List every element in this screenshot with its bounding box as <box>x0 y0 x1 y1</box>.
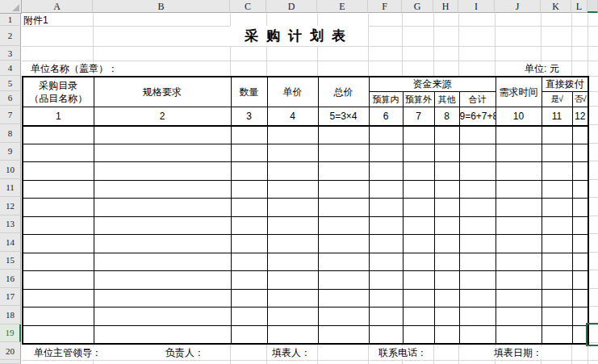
header-cell-funding-source[interactable]: 资金来源 <box>369 77 496 92</box>
cell[interactable] <box>267 235 318 253</box>
cell[interactable] <box>434 126 459 144</box>
cell[interactable] <box>572 162 588 181</box>
cell[interactable] <box>369 271 403 290</box>
cell[interactable] <box>267 180 318 199</box>
cell[interactable] <box>434 325 459 344</box>
unit-currency-label[interactable]: 单位: 元 <box>525 62 559 76</box>
cell[interactable] <box>572 199 588 217</box>
cell[interactable] <box>572 253 588 271</box>
cell[interactable] <box>459 271 496 290</box>
cell[interactable] <box>403 253 434 271</box>
row-header-1[interactable]: 1 <box>0 14 21 26</box>
cell[interactable] <box>369 289 403 308</box>
header-cell-yes[interactable]: 是√ <box>542 92 572 107</box>
cell[interactable] <box>94 271 231 290</box>
cell[interactable] <box>318 199 369 217</box>
cell[interactable] <box>403 308 434 326</box>
cell[interactable] <box>542 126 572 144</box>
cell[interactable] <box>459 199 496 217</box>
column-header-I[interactable]: I <box>458 0 495 13</box>
cell[interactable] <box>369 144 403 162</box>
index-cell[interactable]: 5=3×4 <box>318 107 369 126</box>
cell[interactable] <box>496 126 542 144</box>
cell[interactable] <box>434 180 459 199</box>
cell[interactable] <box>434 271 459 290</box>
cell[interactable] <box>542 162 572 181</box>
cell[interactable] <box>434 216 459 235</box>
cell[interactable] <box>94 144 231 162</box>
header-cell-no[interactable]: 否√ <box>572 92 588 107</box>
cell[interactable] <box>403 199 434 217</box>
cell[interactable] <box>572 235 588 253</box>
column-header-H[interactable]: H <box>433 0 458 13</box>
cell[interactable] <box>403 289 434 308</box>
cell[interactable] <box>434 162 459 181</box>
cell[interactable] <box>496 144 542 162</box>
cell[interactable] <box>231 162 267 181</box>
column-header-A[interactable]: A <box>22 0 93 13</box>
footer-label-phone[interactable]: 联系电话： <box>377 346 429 359</box>
cell[interactable] <box>318 253 369 271</box>
row-header-10[interactable]: 10 <box>0 161 21 179</box>
cell[interactable] <box>496 162 542 181</box>
cell[interactable] <box>94 216 231 235</box>
cell[interactable] <box>94 180 231 199</box>
cell[interactable] <box>459 253 496 271</box>
cell[interactable] <box>318 308 369 326</box>
header-cell-in-budget[interactable]: 预算内 <box>369 92 403 107</box>
select-all-corner[interactable] <box>0 0 22 14</box>
cell[interactable] <box>23 162 94 181</box>
column-header-m-selected[interactable] <box>588 0 598 13</box>
row-header-11[interactable]: 11 <box>0 179 21 198</box>
footer-label-responsible[interactable]: 负责人： <box>164 346 206 359</box>
index-cell[interactable]: 8 <box>434 107 459 126</box>
cell[interactable] <box>369 180 403 199</box>
header-cell-other[interactable]: 其他 <box>434 92 459 107</box>
index-cell[interactable]: 4 <box>267 107 318 126</box>
row-header-19[interactable]: 19 <box>0 324 21 343</box>
cell[interactable] <box>231 253 267 271</box>
row-header-14[interactable]: 14 <box>0 233 21 252</box>
cell[interactable] <box>94 308 231 326</box>
header-cell-subtotal[interactable]: 合计 <box>459 92 496 107</box>
cell[interactable] <box>572 126 588 144</box>
cell[interactable] <box>403 325 434 344</box>
cell[interactable] <box>496 308 542 326</box>
row-header-3[interactable]: 3 <box>0 46 21 61</box>
row-header-8[interactable]: 8 <box>0 124 21 143</box>
index-cell[interactable]: 1 <box>23 107 94 126</box>
index-cell[interactable]: 6 <box>369 107 403 126</box>
header-cell-qty[interactable]: 数量 <box>231 77 267 107</box>
row-header-partial[interactable] <box>0 360 21 364</box>
cell[interactable] <box>23 253 94 271</box>
row-header-6[interactable]: 6 <box>0 91 21 107</box>
column-header-L[interactable]: L <box>571 0 588 13</box>
cell[interactable] <box>403 162 434 181</box>
cell[interactable] <box>231 199 267 217</box>
cell[interactable] <box>403 216 434 235</box>
cell[interactable] <box>434 308 459 326</box>
cell[interactable] <box>23 180 94 199</box>
sheet-title[interactable]: 采购计划表 <box>230 26 368 46</box>
cell[interactable] <box>231 126 267 144</box>
row-header-7[interactable]: 7 <box>0 106 21 124</box>
cell[interactable] <box>231 289 267 308</box>
cell[interactable] <box>542 199 572 217</box>
cell[interactable] <box>542 308 572 326</box>
cell[interactable] <box>403 235 434 253</box>
cell[interactable] <box>94 162 231 181</box>
unit-name-label[interactable]: 单位名称（盖章）： <box>31 62 118 76</box>
cell[interactable] <box>496 216 542 235</box>
cell[interactable] <box>542 180 572 199</box>
cell[interactable] <box>94 235 231 253</box>
cell[interactable] <box>542 253 572 271</box>
cell[interactable] <box>267 271 318 290</box>
header-cell-spec[interactable]: 规格要求 <box>94 77 231 107</box>
cell[interactable] <box>572 289 588 308</box>
cell[interactable] <box>267 144 318 162</box>
cell[interactable] <box>542 144 572 162</box>
cell[interactable] <box>318 162 369 181</box>
cell[interactable] <box>23 216 94 235</box>
column-header-D[interactable]: D <box>266 0 317 13</box>
cell[interactable] <box>267 199 318 217</box>
